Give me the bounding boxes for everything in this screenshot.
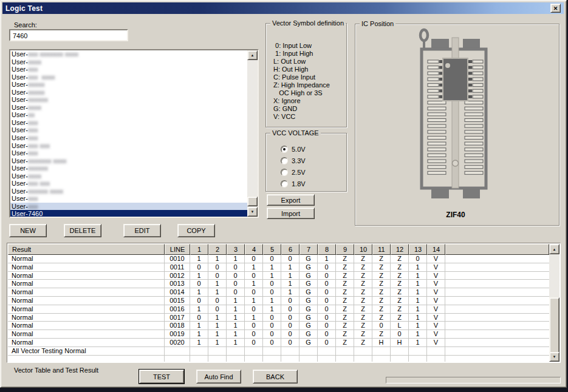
- pin-cell: [354, 356, 372, 362]
- list-item[interactable]: User-xxx: [10, 66, 247, 73]
- list-item-masked-text: xxx: [28, 134, 38, 142]
- delete-button[interactable]: DELETE: [64, 224, 101, 237]
- list-scrollbar[interactable]: ▲ ▼: [247, 50, 258, 217]
- vector-row[interactable]: Normal0017011100G0ZZZZ1V: [8, 314, 549, 322]
- pin-cell: V: [427, 255, 445, 263]
- list-item[interactable]: User-xxxxxxx xxxx: [10, 157, 247, 165]
- column-header-9: 9: [336, 244, 354, 255]
- vcc-option-1.8V[interactable]: 1.8V: [281, 178, 306, 189]
- empty-row[interactable]: [8, 356, 549, 362]
- radio-icon: [281, 169, 288, 176]
- list-item[interactable]: User-xxx: [10, 149, 247, 157]
- list-item[interactable]: User-xxx: [10, 203, 247, 211]
- close-icon[interactable]: ✕: [550, 4, 561, 13]
- pin-cell: Z: [372, 263, 391, 272]
- list-item[interactable]: User-xx: [10, 111, 247, 119]
- list-item[interactable]: User-xxxxxx xxxx: [10, 188, 247, 195]
- list-item[interactable]: User-7460: [10, 210, 247, 217]
- pin-cell: L: [391, 322, 409, 330]
- pin-cell: [299, 347, 318, 356]
- pin-cell: 1: [208, 255, 227, 263]
- pin-cell: 1: [227, 322, 245, 330]
- pin-cell: [208, 347, 227, 356]
- result-cell: Normal: [8, 339, 165, 347]
- edit-button[interactable]: EDIT: [123, 224, 161, 237]
- list-item[interactable]: User-xxxxxx: [10, 96, 247, 104]
- pin-cell: 1: [263, 272, 281, 280]
- list-item[interactable]: User-xxx: [10, 126, 247, 134]
- pin-cell: [299, 356, 318, 362]
- vector-row[interactable]: Normal0015001110G0ZZZZ1V: [8, 297, 549, 305]
- pin-cell: Z: [354, 322, 372, 330]
- line-cell: 0012: [165, 272, 190, 280]
- list-scrollbar-thumb[interactable]: [247, 197, 258, 206]
- scroll-down-icon[interactable]: ▼: [247, 207, 258, 217]
- list-item[interactable]: User-xxxxx: [10, 89, 247, 96]
- list-item[interactable]: User-xxx: [10, 119, 247, 127]
- filler-cell: [445, 263, 549, 272]
- pin-cell: [263, 347, 281, 356]
- line-cell: 0018: [165, 322, 190, 330]
- table-scroll-up-icon[interactable]: ▲: [549, 244, 559, 254]
- list-item[interactable]: User-xxx: [10, 134, 247, 142]
- vector-row[interactable]: Normal0014110001G0ZZZZ1V: [8, 288, 549, 297]
- pin-cell: [208, 356, 227, 362]
- list-item-masked-text: xxx: [28, 119, 38, 127]
- vector-row[interactable]: Normal0016101010G0ZZZZ1V: [8, 305, 549, 314]
- list-item[interactable]: User-xxx xxx: [10, 180, 247, 188]
- vcc-option-2.5V[interactable]: 2.5V: [281, 166, 306, 178]
- vector-symbol-line: C: Pulse Input: [273, 73, 330, 81]
- pin-cell: Z: [336, 272, 354, 280]
- vcc-option-3.3V[interactable]: 3.3V: [281, 155, 306, 166]
- test-button[interactable]: TEST: [139, 370, 184, 384]
- table-scrollbar[interactable]: ▲ ▼: [549, 244, 559, 362]
- list-item-masked-text: xxx xxxx: [28, 73, 55, 81]
- table-scroll-down-icon[interactable]: ▼: [549, 352, 559, 362]
- list-item[interactable]: User-xxxxxx: [10, 164, 247, 172]
- pin-cell: 0: [245, 339, 263, 347]
- pin-cell: 0: [245, 322, 263, 330]
- list-item[interactable]: User-xxx xxxxxxx xxxx: [10, 50, 247, 58]
- list-item[interactable]: User-xxx xxxx: [10, 73, 247, 81]
- vector-row[interactable]: Normal0011000111G0ZZZZ1V: [8, 263, 549, 272]
- list-item-label: User-: [12, 104, 28, 112]
- filler-cell: [445, 280, 549, 288]
- vector-row[interactable]: Normal0013010101G0ZZZZ1V: [8, 280, 549, 288]
- summary-row[interactable]: All Vector Testing Normal: [8, 347, 549, 356]
- vector-row[interactable]: Normal0018111000G0ZZ0L1V: [8, 322, 549, 330]
- copy-button[interactable]: COPY: [177, 224, 215, 237]
- import-button[interactable]: Import: [267, 208, 315, 219]
- list-item[interactable]: User-xxxx: [10, 104, 247, 112]
- list-item[interactable]: User-xxxx: [10, 172, 247, 180]
- pin-slot: [428, 78, 439, 81]
- vector-row[interactable]: Normal0020111000G0ZZHH1V: [8, 339, 549, 347]
- vector-row[interactable]: Normal0012100011G0ZZZZ1V: [8, 272, 549, 280]
- list-item-masked-text: xxxxxx: [28, 96, 48, 104]
- pin-cell: Z: [336, 280, 354, 288]
- vector-row[interactable]: Normal0010111000G1ZZZZ0V: [8, 255, 549, 263]
- pin-slot: [465, 148, 483, 151]
- list-item[interactable]: User-xxx xxx: [10, 142, 247, 150]
- progress-bar: [386, 377, 561, 384]
- pin-slot: [468, 66, 472, 69]
- search-input[interactable]: [9, 29, 128, 41]
- list-item[interactable]: User-xxxx: [10, 58, 247, 66]
- filler-cell: [445, 272, 549, 280]
- pin-slot: [465, 166, 483, 169]
- table-scrollbar-thumb[interactable]: [549, 297, 559, 353]
- pin-cell: Z: [372, 255, 391, 263]
- auto-find-button[interactable]: Auto Find: [196, 370, 241, 384]
- list-item[interactable]: User-xxxxx: [10, 81, 247, 89]
- pin-cell: Z: [372, 272, 391, 280]
- line-cell: [165, 356, 190, 362]
- vcc-option-5.0V[interactable]: 5.0V: [281, 143, 306, 155]
- new-button[interactable]: NEW: [9, 224, 47, 237]
- list-item[interactable]: User-xxx: [10, 195, 247, 203]
- pin-slot: [428, 171, 446, 174]
- back-button[interactable]: BACK: [253, 370, 298, 384]
- scroll-up-icon[interactable]: ▲: [247, 50, 258, 60]
- vector-row[interactable]: Normal0019111000G0ZZZ01V: [8, 330, 549, 339]
- export-button[interactable]: Export: [267, 194, 315, 206]
- pin-slot: [465, 119, 483, 122]
- pin-cell: 1: [409, 297, 427, 305]
